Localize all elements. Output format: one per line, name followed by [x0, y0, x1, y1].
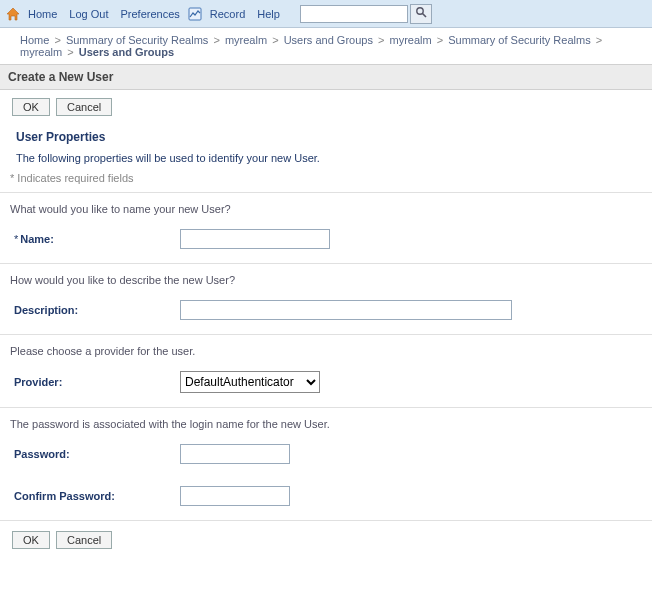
crumb-4[interactable]: myrealm	[389, 34, 431, 46]
section-description: The following properties will be used to…	[0, 148, 652, 170]
crumb-sep: >	[67, 46, 73, 58]
provider-select[interactable]: DefaultAuthenticator	[180, 371, 320, 393]
search-icon	[415, 6, 427, 21]
search-wrap	[300, 4, 432, 24]
section-header: User Properties	[0, 120, 652, 148]
form-block-provider: Please choose a provider for the user. P…	[0, 334, 652, 407]
form-block-password: The password is associated with the logi…	[0, 407, 652, 520]
button-row-bottom: OK Cancel	[0, 520, 652, 553]
ok-button-bottom[interactable]: OK	[12, 531, 50, 549]
button-row-top: OK Cancel	[0, 90, 652, 120]
description-prompt: How would you like to describe the new U…	[10, 274, 642, 286]
crumb-current: Users and Groups	[79, 46, 174, 58]
nav-help[interactable]: Help	[253, 6, 284, 22]
crumb-2[interactable]: myrealm	[225, 34, 267, 46]
name-label: *Name:	[10, 233, 180, 245]
home-icon	[6, 7, 20, 21]
confirm-password-label: Confirm Password:	[10, 490, 180, 502]
form-block-description: How would you like to describe the new U…	[0, 263, 652, 334]
svg-point-1	[417, 8, 423, 14]
form-block-name: What would you like to name your new Use…	[0, 192, 652, 263]
name-row: *Name:	[10, 229, 642, 249]
crumb-sep: >	[437, 34, 443, 46]
crumb-1[interactable]: Summary of Security Realms	[66, 34, 208, 46]
description-row: Description:	[10, 300, 642, 320]
crumb-sep: >	[378, 34, 384, 46]
crumb-6[interactable]: myrealm	[20, 46, 62, 58]
provider-prompt: Please choose a provider for the user.	[10, 345, 642, 357]
password-row: Password:	[10, 444, 642, 464]
name-label-text: Name:	[20, 233, 54, 245]
cancel-button-top[interactable]: Cancel	[56, 98, 112, 116]
ok-button-top[interactable]: OK	[12, 98, 50, 116]
crumb-5[interactable]: Summary of Security Realms	[448, 34, 590, 46]
crumb-sep: >	[213, 34, 219, 46]
crumb-3[interactable]: Users and Groups	[284, 34, 373, 46]
provider-row: Provider: DefaultAuthenticator	[10, 371, 642, 393]
record-icon	[188, 7, 202, 21]
crumb-sep: >	[54, 34, 60, 46]
crumb-0[interactable]: Home	[20, 34, 49, 46]
provider-label: Provider:	[10, 376, 180, 388]
breadcrumb: Home > Summary of Security Realms > myre…	[0, 28, 652, 64]
password-input[interactable]	[180, 444, 290, 464]
confirm-password-row: Confirm Password:	[10, 486, 642, 506]
required-note: * Indicates required fields	[0, 170, 652, 192]
cancel-button-bottom[interactable]: Cancel	[56, 531, 112, 549]
nav-logout[interactable]: Log Out	[65, 6, 112, 22]
crumb-sep: >	[272, 34, 278, 46]
name-prompt: What would you like to name your new Use…	[10, 203, 642, 215]
description-input[interactable]	[180, 300, 512, 320]
description-label: Description:	[10, 304, 180, 316]
nav-record[interactable]: Record	[206, 6, 249, 22]
crumb-sep: >	[596, 34, 602, 46]
nav-home[interactable]: Home	[24, 6, 61, 22]
top-toolbar: Home Log Out Preferences Record Help	[0, 0, 652, 28]
password-prompt: The password is associated with the logi…	[10, 418, 642, 430]
search-input[interactable]	[300, 5, 408, 23]
page-title: Create a New User	[0, 64, 652, 90]
nav-preferences[interactable]: Preferences	[116, 6, 183, 22]
svg-line-2	[422, 14, 426, 18]
password-label: Password:	[10, 448, 180, 460]
confirm-password-input[interactable]	[180, 486, 290, 506]
name-input[interactable]	[180, 229, 330, 249]
search-button[interactable]	[410, 4, 432, 24]
